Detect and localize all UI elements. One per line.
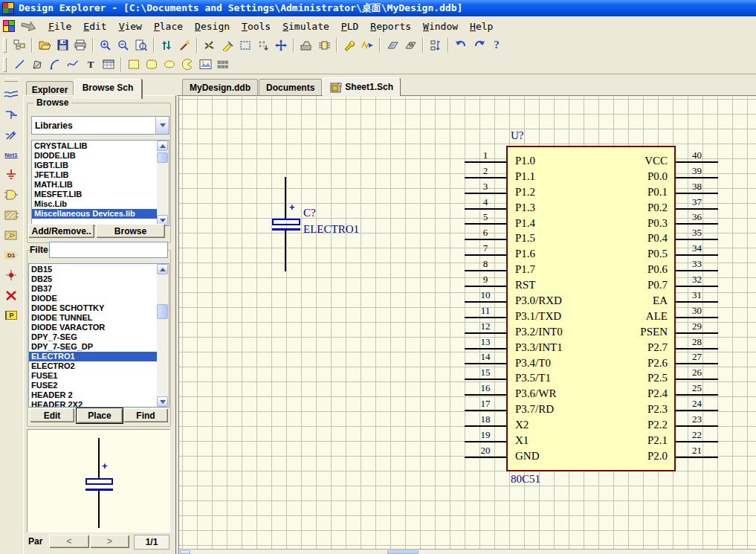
redo-button[interactable] — [470, 37, 488, 54]
menu-item[interactable]: Reports — [364, 19, 417, 33]
component-item[interactable]: DIODE VARACTOR — [29, 323, 157, 332]
menu-item[interactable]: File — [42, 19, 77, 33]
menu-item[interactable]: Design — [189, 19, 236, 33]
zoom-out-button[interactable] — [114, 37, 132, 54]
tools-button[interactable] — [340, 37, 358, 54]
library-item[interactable]: JFET.LIB — [32, 170, 157, 180]
place-power-port-button[interactable] — [2, 167, 20, 183]
print-button[interactable] — [71, 37, 89, 54]
menu-item[interactable]: Edit — [77, 19, 112, 33]
component-item[interactable]: DIODE SCHOTTKY — [29, 303, 157, 313]
library-item[interactable]: MATH.LIB — [32, 180, 157, 190]
component-item[interactable]: DIODE — [29, 294, 157, 303]
draw-wire-button[interactable] — [219, 37, 236, 54]
component-item[interactable]: DPY_7-SEG_DP — [29, 342, 157, 352]
menu-item[interactable]: PLD — [335, 19, 364, 33]
fit-document-button[interactable] — [158, 37, 175, 54]
netlist-button[interactable] — [315, 37, 333, 54]
component-item[interactable]: HEADER 2X2 — [29, 400, 157, 408]
library-item[interactable]: MESFET.LIB — [32, 190, 157, 199]
place-table-button[interactable] — [100, 57, 117, 73]
redraw-button[interactable] — [175, 37, 193, 54]
place-bus-entry-button[interactable] — [2, 126, 20, 143]
filter-input[interactable] — [49, 242, 168, 258]
place-rectangle-button[interactable] — [125, 57, 143, 73]
scroll-thumb[interactable] — [387, 550, 419, 554]
panel-tab[interactable]: Browse Sch — [74, 79, 142, 99]
scroll-thumb[interactable] — [157, 304, 168, 319]
scroll-thumb[interactable] — [157, 152, 168, 163]
explorer-toggle-button[interactable] — [10, 37, 28, 54]
component-item[interactable]: DB25 — [29, 274, 157, 284]
place-line-button[interactable] — [10, 57, 28, 73]
browse-type-dropdown[interactable]: Libraries — [31, 116, 169, 135]
browse-button[interactable]: Browse — [96, 224, 165, 238]
library-item[interactable]: Misc.Lib — [32, 199, 157, 209]
pcb-3d-button[interactable] — [384, 37, 401, 54]
annotate-button[interactable] — [427, 37, 445, 54]
place-part-button[interactable] — [2, 187, 20, 203]
canvas-horizontal-scrollbar[interactable] — [179, 549, 756, 554]
help-button[interactable]: ? — [488, 37, 505, 54]
place-net-label-button[interactable]: Net1 — [2, 146, 20, 163]
component-item[interactable]: DB15 — [29, 265, 157, 274]
erc-button[interactable] — [297, 37, 315, 54]
component-item[interactable]: FUSE2 — [29, 381, 157, 390]
place-sheet-symbol-button[interactable] — [2, 207, 20, 223]
place-button[interactable]: Place — [76, 408, 123, 424]
library-item[interactable]: DIODE.LIB — [32, 151, 157, 161]
open-button[interactable] — [36, 37, 54, 54]
part-prev-button[interactable]: < — [49, 535, 89, 548]
document-tab[interactable]: Sheet1.Sch — [323, 77, 401, 96]
dropdown-arrow-button[interactable] — [155, 117, 169, 134]
place-ellipse-button[interactable] — [161, 57, 178, 73]
library-item[interactable]: Miscellaneous Devices.lib — [32, 209, 157, 219]
chip-designator[interactable]: U? — [511, 129, 524, 142]
component-item[interactable]: DIODE TUNNEL — [29, 313, 157, 323]
toolbar-grip[interactable] — [4, 78, 18, 82]
place-polygon-button[interactable] — [28, 57, 46, 73]
chip-part-name[interactable]: 80C51 — [511, 473, 540, 486]
place-junction-button[interactable] — [2, 267, 20, 283]
undo-button[interactable] — [452, 37, 470, 54]
capacitor-designator[interactable]: C? — [303, 207, 316, 219]
menu-item[interactable]: Simulate — [277, 19, 335, 33]
zoom-document-button[interactable] — [132, 37, 150, 54]
place-bezier-button[interactable] — [64, 57, 82, 73]
select-area-button[interactable] — [236, 37, 254, 54]
component-item[interactable]: ELECTRO2 — [29, 361, 157, 371]
scroll-up-button[interactable] — [157, 264, 168, 274]
schematic-canvas[interactable]: + C? ELECTRO1 U? 80C51 1 2 3 — [178, 97, 756, 554]
move-selection-button[interactable] — [254, 37, 272, 54]
place-picture-button[interactable] — [196, 57, 214, 73]
zoom-in-button[interactable] — [97, 37, 114, 54]
document-tab[interactable]: MyDesign.ddb — [182, 79, 258, 95]
move-button[interactable] — [272, 37, 290, 54]
menu-item[interactable]: Place — [148, 19, 189, 33]
place-round-rectangle-button[interactable] — [143, 57, 161, 73]
place-array-button[interactable] — [214, 57, 232, 73]
no-erc-button[interactable] — [2, 287, 20, 303]
scroll-up-button[interactable] — [157, 141, 168, 151]
scroll-left-button[interactable] — [180, 550, 190, 554]
component-item[interactable]: ELECTRO1 — [29, 352, 157, 361]
simulate-button[interactable] — [358, 37, 376, 54]
components-scrollbar[interactable] — [157, 264, 169, 407]
place-port-button[interactable]: D1 — [2, 247, 20, 263]
find-button[interactable]: Find — [123, 408, 168, 422]
component-item[interactable]: DB37 — [29, 284, 157, 294]
place-sheet-entry-button[interactable] — [2, 227, 20, 243]
edit-button[interactable]: Edit — [30, 408, 74, 422]
place-wire-button[interactable] — [2, 86, 20, 103]
document-tab[interactable]: Documents — [259, 79, 322, 95]
place-text-button[interactable]: T — [82, 57, 100, 73]
save-button[interactable] — [54, 37, 71, 54]
menu-item[interactable]: Help — [464, 19, 499, 33]
menu-item[interactable]: Tools — [236, 19, 277, 33]
component-item[interactable]: DPY_7-SEG — [29, 332, 157, 342]
component-item[interactable]: HEADER 2 — [29, 390, 157, 400]
menu-item[interactable]: Window — [417, 19, 464, 33]
document-icon[interactable] — [2, 19, 16, 33]
place-bus-button[interactable] — [2, 106, 20, 123]
add-remove-button[interactable]: Add/Remove.. — [28, 224, 94, 238]
